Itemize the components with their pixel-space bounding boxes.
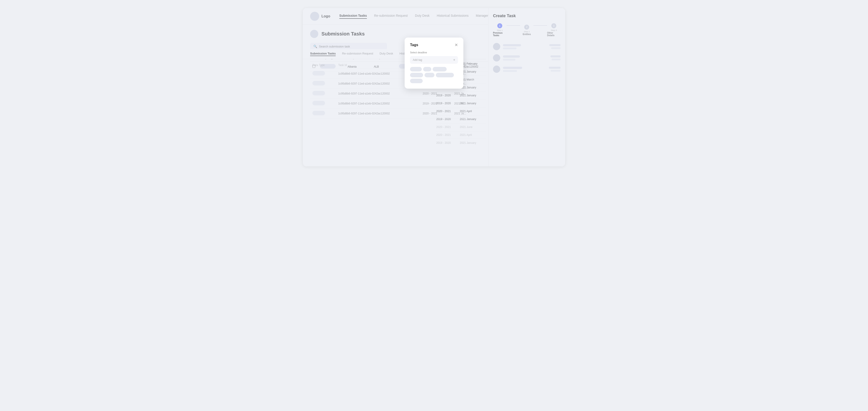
tag-pill-5[interactable]: [436, 73, 454, 77]
main-card: Logo Submission Tasks Re-submission Requ…: [303, 8, 565, 166]
add-tag-plus-button[interactable]: +: [453, 58, 455, 62]
add-tag-row: Add tag +: [410, 56, 458, 64]
tag-pill-3[interactable]: [410, 73, 423, 77]
tag-pill-6[interactable]: [410, 79, 423, 83]
modal-section-label: Select deadline: [410, 51, 458, 54]
tag-pill-4[interactable]: [425, 73, 434, 77]
tag-pill-1[interactable]: [423, 67, 431, 71]
add-tag-placeholder: Add tag: [413, 58, 422, 62]
modal-close-button[interactable]: ✕: [455, 43, 458, 47]
modal-title: Tags: [410, 43, 418, 47]
tag-pill-0[interactable]: [410, 67, 422, 71]
modal-header: Tags ✕: [410, 43, 458, 47]
app-wrapper: Logo Submission Tasks Re-submission Requ…: [0, 0, 868, 411]
modal-overlay: Tags ✕ Select deadline Add tag +: [303, 8, 565, 166]
tag-pill-2[interactable]: [433, 67, 447, 71]
tags-modal: Tags ✕ Select deadline Add tag +: [405, 37, 463, 89]
tag-pills-area: [410, 67, 458, 83]
